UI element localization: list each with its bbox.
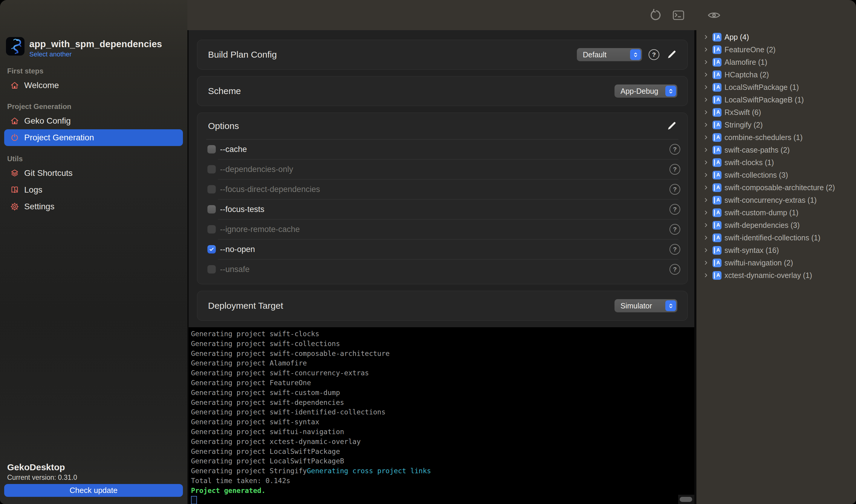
terminal-line: Generating project LocalSwiftPackageB: [191, 456, 694, 466]
project-row-localswiftpackageb[interactable]: ALocalSwiftPackageB (1): [697, 93, 856, 106]
layers-icon: [10, 169, 19, 178]
chevron-right-icon[interactable]: [703, 159, 709, 165]
toggle-preview-button[interactable]: [706, 8, 722, 22]
chevron-right-icon[interactable]: [703, 34, 709, 40]
package-book-icon: A: [713, 95, 721, 104]
project-row-combine-schedulers[interactable]: Acombine-schedulers (1): [697, 131, 856, 144]
project-row-stringify[interactable]: AStringify (2): [697, 119, 856, 131]
chevron-right-icon[interactable]: [703, 197, 709, 203]
toggle-terminal-button[interactable]: [671, 8, 686, 22]
chevron-right-icon[interactable]: [703, 109, 709, 115]
chevron-right-icon: [703, 197, 709, 203]
project-row-xctest-dynamic-overlay[interactable]: Axctest-dynamic-overlay (1): [697, 269, 856, 282]
sidebar-item-git-shortcuts[interactable]: Git Shortcuts: [4, 165, 183, 182]
options-edit-button[interactable]: [666, 120, 677, 132]
checkbox-focus-direct-dependencies[interactable]: [207, 185, 216, 194]
terminal-line: Generating project swift-concurrency-ext…: [191, 368, 694, 378]
sidebar-item-logs[interactable]: Logs: [4, 182, 183, 198]
chevron-right-icon[interactable]: [703, 235, 709, 241]
option-help-button[interactable]: ?: [669, 144, 680, 155]
select-another-link[interactable]: Select another: [29, 51, 72, 58]
terminal-hscroll-thumb[interactable]: [680, 497, 692, 502]
project-row-swift-clocks[interactable]: Aswift-clocks (1): [697, 156, 856, 169]
project-row-app[interactable]: AApp (4): [697, 31, 856, 43]
chevron-right-icon: [703, 210, 709, 216]
chevron-right-icon: [703, 147, 709, 153]
terminal-line: Generating project swift-clocks: [191, 329, 694, 339]
option-help-button[interactable]: ?: [669, 184, 680, 195]
app-window: app_with_spm_dependencies Select another…: [0, 0, 856, 504]
deployment-target-select[interactable]: Simulator: [615, 299, 677, 312]
project-row-label: swift-custom-dump (1): [724, 209, 798, 217]
project-row-localswiftpackage[interactable]: ALocalSwiftPackage (1): [697, 81, 856, 93]
chevron-right-icon[interactable]: [703, 147, 709, 153]
chevron-right-icon: [703, 272, 709, 278]
project-row-featureone[interactable]: AFeatureOne (2): [697, 43, 856, 56]
option-label: --cache: [220, 145, 247, 154]
package-book-icon: A: [713, 70, 721, 79]
option-help-button[interactable]: ?: [669, 264, 680, 275]
sidebar-section-label-project-generation: Project Generation: [7, 103, 183, 110]
project-row-swift-dependencies[interactable]: Aswift-dependencies (3): [697, 219, 856, 231]
checkbox-unsafe[interactable]: [207, 265, 216, 273]
checkbox-no-open[interactable]: [207, 245, 216, 253]
build-plan-edit-button[interactable]: [666, 49, 677, 60]
checkbox-focus-tests[interactable]: [207, 205, 216, 214]
project-row-swift-case-paths[interactable]: Aswift-case-paths (2): [697, 144, 856, 156]
chevron-right-icon[interactable]: [703, 59, 709, 65]
chevron-right-icon[interactable]: [703, 247, 709, 253]
project-row-swiftui-navigation[interactable]: Aswiftui-navigation (2): [697, 256, 856, 269]
chevron-right-icon[interactable]: [703, 84, 709, 90]
chevron-right-icon: [703, 260, 709, 266]
build-plan-help-button[interactable]: ?: [649, 49, 659, 60]
option-row-no-open: --no-open?: [197, 239, 687, 259]
chevron-right-icon[interactable]: [703, 47, 709, 53]
chevron-right-icon[interactable]: [703, 260, 709, 266]
project-row-swift-collections[interactable]: Aswift-collections (3): [697, 169, 856, 181]
project-row-rxswift[interactable]: ARxSwift (6): [697, 106, 856, 119]
sidebar-item-welcome[interactable]: Welcome: [4, 77, 183, 94]
terminal-hscroll-track: [678, 495, 694, 504]
scheme-select[interactable]: App-Debug: [615, 85, 677, 97]
chevron-right-icon[interactable]: [703, 122, 709, 128]
checkbox-ignore-remote-cache[interactable]: [207, 225, 216, 233]
project-row-hcaptcha[interactable]: AHCaptcha (2): [697, 68, 856, 81]
chevron-right-icon: [703, 247, 709, 253]
project-row-alamofire[interactable]: AAlamofire (1): [697, 56, 856, 68]
terminal-line: Total time taken: 0.142s: [191, 476, 694, 486]
chevron-right-icon[interactable]: [703, 222, 709, 228]
sidebar-item-geko-config[interactable]: Geko Config: [4, 112, 183, 129]
option-help-button[interactable]: ?: [669, 164, 680, 175]
chevron-right-icon[interactable]: [703, 184, 709, 191]
option-help-button[interactable]: ?: [669, 244, 680, 255]
checkbox-cache[interactable]: [207, 145, 216, 154]
checkbox-dependencies-only[interactable]: [207, 165, 216, 174]
restore-button[interactable]: [649, 8, 663, 22]
eye-icon: [706, 8, 722, 22]
option-help-button[interactable]: ?: [669, 204, 680, 215]
project-row-swift-custom-dump[interactable]: Aswift-custom-dump (1): [697, 206, 856, 219]
check-update-button[interactable]: Check update: [4, 484, 183, 497]
chevron-right-icon[interactable]: [703, 272, 709, 278]
project-row-swift-syntax[interactable]: Aswift-syntax (16): [697, 244, 856, 256]
chevron-right-icon[interactable]: [703, 134, 709, 140]
sidebar-item-settings[interactable]: Settings: [4, 198, 183, 215]
project-row-swift-concurrency-extras[interactable]: Aswift-concurrency-extras (1): [697, 194, 856, 206]
chevron-right-icon[interactable]: [703, 210, 709, 216]
terminal-line: Generating project swift-custom-dump: [191, 388, 694, 398]
chevron-right-icon[interactable]: [703, 172, 709, 178]
build-plan-select[interactable]: Default: [577, 48, 642, 61]
project-row-label: swift-dependencies (3): [724, 221, 800, 230]
project-row-label: LocalSwiftPackageB (1): [724, 95, 804, 104]
sidebar-item-project-generation[interactable]: Project Generation: [4, 129, 183, 146]
project-row-swift-composable-architecture[interactable]: Aswift-composable-architecture (2): [697, 181, 856, 194]
project-row-swift-identified-collections[interactable]: Aswift-identified-collections (1): [697, 231, 856, 244]
project-row-label: RxSwift (6): [724, 108, 761, 117]
terminal-line: Generating project Alamofire: [191, 358, 694, 368]
terminal-output[interactable]: Generating project swift-clocksGeneratin…: [189, 327, 694, 504]
option-help-button[interactable]: ?: [669, 224, 680, 235]
package-book-icon: A: [713, 58, 721, 67]
terminal-line: Generating project swift-collections: [191, 339, 694, 349]
chevron-right-icon[interactable]: [703, 97, 709, 103]
chevron-right-icon[interactable]: [703, 72, 709, 78]
